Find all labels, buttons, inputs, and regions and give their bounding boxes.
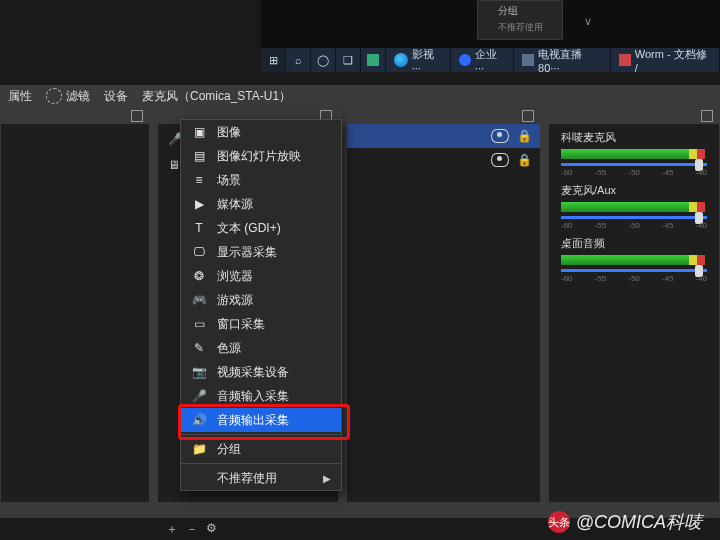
taskbar-cortana-icon[interactable]: ◯ — [311, 48, 336, 72]
mini-popup-label: 分组 — [498, 4, 518, 18]
ctx-item-gamepad[interactable]: 🎮游戏源 — [181, 288, 341, 312]
ctx-item-globe[interactable]: ❂浏览器 — [181, 264, 341, 288]
speaker-icon: 🔊 — [191, 412, 207, 428]
watermark-badge: 头条 — [548, 511, 570, 533]
panel-header — [1, 108, 149, 124]
ctx-item-camera[interactable]: 📷视频采集设备 — [181, 360, 341, 384]
ctx-item-label: 视频采集设备 — [217, 364, 289, 381]
tab-filters[interactable]: 滤镜 — [66, 88, 90, 105]
visibility-icon[interactable] — [491, 129, 509, 143]
ctx-item-label: 不推荐使用 — [217, 470, 277, 487]
ctx-item-list[interactable]: ≡场景 — [181, 168, 341, 192]
ctx-item-label: 场景 — [217, 172, 241, 189]
monitor-icon: 🖵 — [191, 244, 207, 260]
add-source-icon[interactable]: ＋ — [166, 521, 178, 538]
app-icon — [522, 54, 534, 66]
layer-row[interactable]: 🔒 — [347, 148, 540, 172]
channel-name: 桌面音频 — [561, 236, 707, 251]
panel-layers: 🔒 🔒 — [346, 107, 541, 517]
T-icon: T — [191, 220, 207, 236]
images-icon: ▤ — [191, 148, 207, 164]
mini-popup-sub: 不推荐使用 — [498, 21, 543, 34]
ctx-item-label: 音频输出采集 — [217, 412, 289, 429]
ctx-item-mic[interactable]: 🎤音频输入采集 — [181, 384, 341, 408]
globe-icon — [459, 54, 471, 66]
ctx-item-T[interactable]: T文本 (GDI+) — [181, 216, 341, 240]
globe-icon: ❂ — [191, 268, 207, 284]
ctx-item-label: 文本 (GDI+) — [217, 220, 281, 237]
play-icon: ▶ — [191, 196, 207, 212]
vu-meter — [561, 202, 707, 212]
taskbar-app-3[interactable]: 电视直播80··· — [514, 48, 611, 72]
ctx-item-label: 显示器采集 — [217, 244, 277, 261]
ctx-item-speaker[interactable]: 🔊音频输出采集 — [181, 408, 341, 432]
ctx-item-group[interactable]: 📁分组 — [181, 437, 341, 461]
folder-icon: 📁 — [191, 441, 207, 457]
panel-popout-icon[interactable] — [522, 110, 534, 122]
gamepad-icon: 🎮 — [191, 292, 207, 308]
panel-header — [549, 108, 719, 124]
device-name[interactable]: 麦克风（Comica_STA-U1） — [142, 88, 291, 105]
ctx-item-label: 图像幻灯片放映 — [217, 148, 301, 165]
layer-row[interactable]: 🔒 — [347, 124, 540, 148]
remove-source-icon[interactable]: － — [186, 521, 198, 538]
lock-icon[interactable]: 🔒 — [517, 153, 532, 167]
label-device: 设备 — [104, 88, 128, 105]
ctx-item-image[interactable]: ▣图像 — [181, 120, 341, 144]
taskbar-app-1[interactable]: 影视··· — [386, 48, 451, 72]
panel-gutter[interactable] — [150, 107, 157, 517]
watermark-text: @COMICA科唛 — [576, 510, 702, 534]
panel-left — [0, 107, 150, 517]
volume-slider[interactable]: -60-55-50-45-40 — [561, 212, 707, 230]
slider-ticks: -60-55-50-45-40 — [561, 168, 707, 177]
taskbar-app-2[interactable]: 企业··· — [451, 48, 514, 72]
source-toolbar: ＋ － ⚙ — [166, 521, 217, 538]
top-mini-popup: 分组 不推荐使用 — [477, 0, 563, 40]
taskbar-taskview-icon[interactable]: ❏ — [336, 48, 361, 72]
ctx-item-label: 游戏源 — [217, 292, 253, 309]
ctx-item-monitor[interactable]: 🖵显示器采集 — [181, 240, 341, 264]
ctx-item-window[interactable]: ▭窗口采集 — [181, 312, 341, 336]
channel-name: 科唛麦克风 — [561, 130, 707, 145]
window-icon: ▭ — [191, 316, 207, 332]
ctx-item-brush[interactable]: ✎色源 — [181, 336, 341, 360]
add-source-context-menu: ▣图像▤图像幻灯片放映≡场景▶媒体源T文本 (GDI+)🖵显示器采集❂浏览器🎮游… — [180, 119, 342, 491]
slider-ticks: -60-55-50-45-40 — [561, 274, 707, 283]
mixer-channel: 桌面音频-60-55-50-45-40 — [549, 230, 719, 283]
volume-slider[interactable]: -60-55-50-45-40 — [561, 159, 707, 177]
camera-icon: 📷 — [191, 364, 207, 380]
brush-icon: ✎ — [191, 340, 207, 356]
mixer-channel: 科唛麦克风-60-55-50-45-40 — [549, 124, 719, 177]
ctx-item-label: 分组 — [217, 441, 241, 458]
filter-icon — [46, 88, 62, 104]
mixer-channel: 麦克风/Aux-60-55-50-45-40 — [549, 177, 719, 230]
ctx-separator — [181, 434, 341, 435]
panel-popout-icon[interactable] — [131, 110, 143, 122]
vu-meter — [561, 149, 707, 159]
source-settings-icon[interactable]: ⚙ — [206, 521, 217, 538]
app-icon — [619, 54, 631, 66]
slider-ticks: -60-55-50-45-40 — [561, 221, 707, 230]
ctx-item-label: 图像 — [217, 124, 241, 141]
volume-slider[interactable]: -60-55-50-45-40 — [561, 265, 707, 283]
tab-properties[interactable]: 属性 — [8, 88, 32, 105]
vu-meter — [561, 255, 707, 265]
taskbar-pinned-app[interactable] — [361, 48, 386, 72]
taskbar-search-icon[interactable]: ⌕ — [286, 48, 311, 72]
app-icon — [394, 53, 408, 67]
watermark: 头条 @COMICA科唛 — [548, 510, 702, 534]
panel-popout-icon[interactable] — [701, 110, 713, 122]
windows-taskbar: ⊞ ⌕ ◯ ❏ 影视··· 企业··· 电视直播80··· Worm - 文档修… — [261, 48, 720, 72]
taskbar-app-4[interactable]: Worm - 文档修 / — [611, 48, 720, 72]
channel-name: 麦克风/Aux — [561, 183, 707, 198]
ctx-item-label: 音频输入采集 — [217, 388, 289, 405]
visibility-icon[interactable] — [491, 153, 509, 167]
ctx-item-images[interactable]: ▤图像幻灯片放映 — [181, 144, 341, 168]
list-icon: ≡ — [191, 172, 207, 188]
lock-icon[interactable]: 🔒 — [517, 129, 532, 143]
start-button[interactable]: ⊞ — [261, 48, 286, 72]
ctx-item-deprecated[interactable]: 不推荐使用▶ — [181, 466, 341, 490]
mic-icon: 🎤 — [191, 388, 207, 404]
panel-gutter[interactable] — [541, 107, 548, 517]
ctx-item-play[interactable]: ▶媒体源 — [181, 192, 341, 216]
